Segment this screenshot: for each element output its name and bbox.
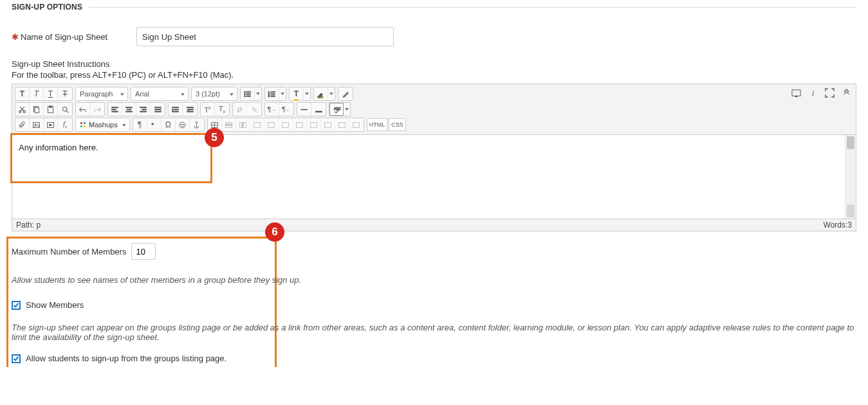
preview-icon[interactable] [790,87,802,98]
allow-signup-checkbox[interactable] [12,354,21,363]
mashups-icon [80,122,86,128]
strike-button[interactable]: T [58,87,72,100]
scroll-thumb[interactable] [847,136,854,149]
math-button[interactable]: fx [58,118,72,131]
mashups-button[interactable]: Mashups [75,118,130,132]
underline-button[interactable]: T [44,87,58,100]
bullet-list-dropdown[interactable] [255,87,261,100]
max-members-input[interactable] [131,243,156,260]
svg-rect-31 [140,111,147,111]
cut-button[interactable] [15,103,30,116]
editor-content[interactable]: Any information here. [12,135,845,219]
table-insert-col-after[interactable] [307,118,321,131]
divider [89,7,856,8]
svg-rect-61 [310,122,317,127]
anchor-button[interactable] [190,118,204,131]
redo-button[interactable] [90,103,104,116]
align-justify-button[interactable] [151,103,165,116]
table-split[interactable] [349,118,364,131]
bold-button[interactable]: T [15,87,30,100]
subscript-button[interactable]: Tx [215,103,229,116]
svg-rect-36 [174,109,179,109]
collapse-icon[interactable] [840,87,852,98]
svg-rect-23 [112,107,118,107]
image-button[interactable] [30,118,44,131]
text-color-dropdown[interactable] [304,87,310,100]
find-button[interactable] [58,103,72,116]
spellcheck-button[interactable]: ABC [329,103,344,116]
vertical-scrollbar[interactable] [845,135,856,219]
svg-rect-59 [282,122,288,127]
table-insert-row-before[interactable] [250,118,264,131]
align-right-button[interactable] [136,103,151,116]
symbol-button[interactable]: Ω [162,118,176,131]
svg-point-22 [62,107,67,111]
pilcrow-button[interactable]: ¶ [133,118,147,131]
font-select[interactable]: Arial [131,87,189,101]
align-center-button[interactable] [122,103,136,116]
emoticon-button[interactable] [176,118,190,131]
marker-5: 5 [205,128,224,147]
info-icon[interactable]: i [807,87,818,98]
fullscreen-icon[interactable] [824,87,835,98]
word-count: Words:3 [824,221,852,230]
number-list-dropdown[interactable] [279,87,286,100]
table-delete-row[interactable] [279,118,293,131]
size-select[interactable]: 3 (12pt) [191,87,237,101]
svg-rect-21 [50,105,51,107]
show-members-checkbox[interactable] [12,301,21,310]
indent-button[interactable] [169,103,183,116]
allow-signup-label: Allow students to sign-up from the group… [26,354,226,363]
undo-button[interactable] [76,103,90,116]
hr-button[interactable] [297,103,311,116]
copy-button[interactable] [30,103,44,116]
rtl-button[interactable]: ¶← [279,103,293,116]
svg-rect-34 [154,111,161,111]
outdent-button[interactable] [183,103,197,116]
css-button[interactable]: CSS [389,118,406,131]
superscript-button[interactable]: Tx [201,103,215,116]
line-button[interactable] [311,103,326,116]
svg-point-50 [183,124,183,125]
table-merge[interactable] [335,118,349,131]
table-col-button[interactable] [236,118,250,131]
svg-rect-27 [127,109,131,109]
table-row-button[interactable] [222,118,236,131]
bullet-list-button[interactable] [241,87,255,100]
show-members-row: Show Members [12,300,856,310]
highlight-button[interactable] [314,87,328,100]
media-button[interactable] [44,118,58,131]
italic-button[interactable]: T [30,87,44,100]
members-section: 6 Maximum Number of Members Allow studen… [12,231,856,363]
svg-rect-26 [126,107,133,107]
attach-button[interactable] [15,118,30,131]
name-field-row: ✱ Name of Sign-up Sheet [12,27,856,46]
table-delete-col[interactable] [321,118,335,131]
svg-rect-63 [338,122,345,127]
link-button[interactable] [233,103,247,116]
scroll-bottom [847,204,854,217]
quote-button[interactable]: “ [147,118,162,131]
svg-rect-40 [187,111,193,111]
editor-text: Any information here. [19,143,98,152]
highlight-5 [10,133,212,183]
text-color-button[interactable]: T [290,87,304,100]
html-button[interactable]: HTML [367,118,388,131]
svg-rect-64 [353,122,360,127]
ltr-button[interactable]: ¶→ [265,103,279,116]
table-insert-row-after[interactable] [264,118,279,131]
name-input[interactable] [136,27,394,46]
clear-format-button[interactable] [338,87,353,100]
number-list-button[interactable]: 123 [265,87,279,100]
table-insert-col-before[interactable] [293,118,307,131]
paragraph-select[interactable]: Paragraph [75,87,128,101]
spellcheck-dropdown[interactable] [344,103,350,116]
unlink-button[interactable] [247,103,261,116]
svg-rect-29 [140,107,147,107]
highlight-dropdown[interactable] [328,87,335,100]
svg-rect-13 [271,93,275,94]
align-left-button[interactable] [108,103,122,116]
paste-button[interactable] [44,103,58,116]
svg-rect-6 [246,91,251,92]
svg-rect-15 [318,96,323,98]
